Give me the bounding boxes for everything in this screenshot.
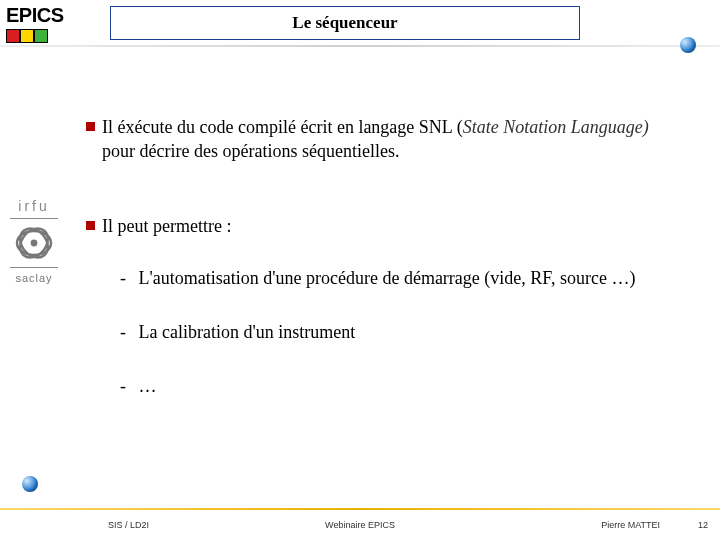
bullet-1-text-pre: Il éxécute du code compilé écrit en lang… xyxy=(102,117,463,137)
sub-item-2-text: La calibration d'un instrument xyxy=(139,322,356,342)
side-divider xyxy=(10,218,58,219)
footer-right: Pierre MATTEI xyxy=(601,520,660,530)
sub-item-3: - … xyxy=(120,374,676,398)
square-red xyxy=(6,29,20,43)
sub-item-1-text: L'automatisation d'une procédure de déma… xyxy=(139,268,636,288)
ball-icon xyxy=(22,476,38,492)
footer-page-number: 12 xyxy=(698,520,708,530)
square-green xyxy=(34,29,48,43)
saclay-text: saclay xyxy=(15,272,52,284)
side-divider xyxy=(10,267,58,268)
content: Il éxécute du code compilé écrit en lang… xyxy=(86,115,676,429)
bullet-2-text: Il peut permettre : xyxy=(102,216,231,236)
bullet-1-italic: State Notation Language) xyxy=(463,117,649,137)
bullet-1-text-post: pour décrire des opérations séquentielle… xyxy=(102,141,399,161)
epics-logo-squares xyxy=(6,29,64,43)
sub-item-2: - La calibration d'un instrument xyxy=(120,320,676,344)
svg-point-3 xyxy=(31,240,38,247)
cea-logo-icon xyxy=(14,223,54,263)
ball-icon xyxy=(680,37,696,53)
irfu-text: irfu xyxy=(18,198,49,214)
side-logos: irfu saclay xyxy=(8,198,60,284)
bullet-2: Il peut permettre : xyxy=(86,214,676,238)
dash-icon: - xyxy=(120,266,134,290)
sub-item-3-text: … xyxy=(139,376,157,396)
dash-icon: - xyxy=(120,320,134,344)
top-divider xyxy=(0,45,720,47)
sub-item-1: - L'automatisation d'une procédure de dé… xyxy=(120,266,676,290)
footer: SIS / LD2I Webinaire EPICS Pierre MATTEI… xyxy=(0,512,720,534)
dash-icon: - xyxy=(120,374,134,398)
slide: EPICS Le séquenceur irfu saclay Il éxécu… xyxy=(0,0,720,540)
title-box: Le séquenceur xyxy=(110,6,580,40)
bullet-1: Il éxécute du code compilé écrit en lang… xyxy=(86,115,676,164)
epics-logo-text: EPICS xyxy=(6,4,64,27)
slide-title: Le séquenceur xyxy=(292,13,397,33)
square-yellow xyxy=(20,29,34,43)
epics-logo: EPICS xyxy=(6,4,64,43)
bottom-divider xyxy=(0,508,720,510)
